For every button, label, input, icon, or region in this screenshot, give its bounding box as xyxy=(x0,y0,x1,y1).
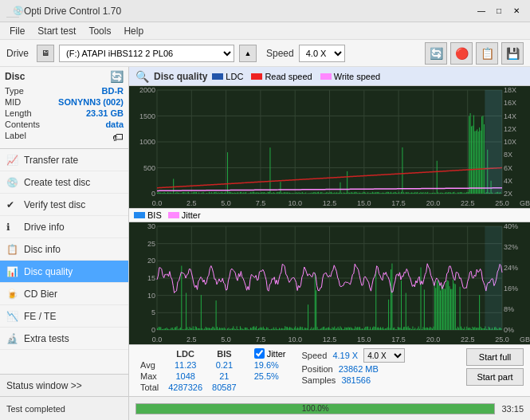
menu-start-test[interactable]: Start test xyxy=(31,24,82,38)
app-icon: 💿 xyxy=(6,5,19,18)
stats-total-label: Total xyxy=(135,382,163,393)
verify-test-disc-icon: ✔ xyxy=(6,199,19,210)
sidebar-item-fe-te-label: FE / TE xyxy=(24,311,56,322)
sidebar-item-disc-quality[interactable]: 📊 Disc quality xyxy=(0,261,128,283)
sidebar-item-disc-quality-label: Disc quality xyxy=(24,266,73,277)
disc-length-row: Length 23.31 GB xyxy=(5,108,124,118)
disc-quality-icon: 📊 xyxy=(6,266,19,277)
jitter-avg-value: 19.6% xyxy=(254,360,279,370)
stats-avg-bis: 0.21 xyxy=(207,359,241,371)
legend-ldc-label: LDC xyxy=(226,72,243,81)
disc-panel: Disc 🔄 Type BD-R MID SONYNN3 (002) Lengt… xyxy=(0,67,128,149)
speed-position-section: Speed 4.19 X 4.0 X Position 23862 MB Sam… xyxy=(302,348,406,385)
samples-label: Samples xyxy=(302,375,336,385)
menu-tools[interactable]: Tools xyxy=(82,24,117,38)
progress-text: 100.0% xyxy=(136,404,494,414)
progress-area: 100.0% 33:15 xyxy=(129,397,530,420)
menu-bar: File Start test Tools Help xyxy=(0,22,530,40)
stats-bis-header: BIS xyxy=(207,348,241,359)
minimize-button[interactable]: — xyxy=(474,4,489,18)
legend-bis: BIS xyxy=(134,210,162,220)
legend-read-speed: Read speed xyxy=(251,72,312,81)
status-window-button[interactable]: Status window >> xyxy=(0,374,128,396)
drive-action-icons: 🔄 🔴 📋 💾 xyxy=(425,42,524,65)
drive-bar: Drive 🖥 (F:) ATAPI iHBS112 2 PL06 ▲ Spee… xyxy=(0,40,530,67)
disc-info-icon: 📋 xyxy=(6,244,19,255)
disc-length-value: 23.31 GB xyxy=(86,108,124,118)
jitter-checkbox-row: Jitter xyxy=(254,348,286,359)
chart-top-container xyxy=(129,86,530,209)
jitter-section: Jitter 19.6% 25.5% xyxy=(254,348,286,381)
start-part-button[interactable]: Start part xyxy=(466,368,524,386)
sidebar-item-create-test-disc-label: Create test disc xyxy=(24,177,90,188)
stats-avg-ldc: 11.23 xyxy=(163,359,207,371)
sidebar-item-verify-test-disc[interactable]: ✔ Verify test disc xyxy=(0,194,128,216)
disc-mid-label: MID xyxy=(5,97,21,107)
top-chart xyxy=(129,86,530,208)
status-text: Test completed xyxy=(0,397,129,420)
stats-bar: LDC BIS Avg 11.23 0.21 Max 1048 21 Total… xyxy=(129,344,530,396)
time-display: 33:15 xyxy=(501,404,524,414)
disc-type-row: Type BD-R xyxy=(5,86,124,96)
status-window-label: Status window >> xyxy=(6,380,82,391)
sidebar-item-fe-te[interactable]: 📉 FE / TE xyxy=(0,305,128,328)
record-icon-btn[interactable]: 🔴 xyxy=(450,42,473,65)
sidebar-item-cd-bier-label: CD Bier xyxy=(24,289,57,300)
copy-icon-btn[interactable]: 📋 xyxy=(476,42,498,65)
legend-read-speed-label: Read speed xyxy=(265,72,312,81)
quality-header: 🔍 Disc quality LDC Read speed Write spee… xyxy=(129,67,530,86)
create-test-disc-icon: 💿 xyxy=(6,177,19,188)
position-row: Position 23862 MB xyxy=(302,364,406,374)
extra-tests-icon: 🔬 xyxy=(6,333,19,344)
disc-refresh-icon[interactable]: 🔄 xyxy=(110,70,124,83)
drive-select[interactable]: (F:) ATAPI iHBS112 2 PL06 xyxy=(59,45,234,62)
speed-select[interactable]: 4.0 X xyxy=(299,45,345,62)
legend-write-speed-label: Write speed xyxy=(334,72,381,81)
maximize-button[interactable]: □ xyxy=(492,4,506,18)
refresh-icon-btn[interactable]: 🔄 xyxy=(425,42,447,65)
speed-label: Speed xyxy=(266,48,294,59)
eject-button[interactable]: ▲ xyxy=(239,45,257,62)
position-value: 23862 MB xyxy=(339,364,379,374)
sidebar-item-extra-tests-label: Extra tests xyxy=(24,333,69,344)
legend-jitter: Jitter xyxy=(168,210,201,220)
sidebar-item-transfer-rate-label: Transfer rate xyxy=(24,155,78,166)
sidebar-item-create-test-disc[interactable]: 💿 Create test disc xyxy=(0,171,128,194)
drive-info-icon: ℹ xyxy=(6,222,19,233)
disc-label-icon[interactable]: 🏷 xyxy=(112,131,124,143)
action-buttons: Start full Start part xyxy=(466,348,524,386)
sidebar: Disc 🔄 Type BD-R MID SONYNN3 (002) Lengt… xyxy=(0,67,129,396)
close-button[interactable]: ✕ xyxy=(509,4,524,18)
jitter-label: Jitter xyxy=(267,349,286,359)
samples-row: Samples 381566 xyxy=(302,375,406,385)
speed-label-text: Speed xyxy=(302,351,328,360)
title-bar: 💿 Opti Drive Control 1.70 — □ ✕ xyxy=(0,0,530,22)
speed-target-select[interactable]: 4.0 X xyxy=(363,348,405,363)
sidebar-item-extra-tests[interactable]: 🔬 Extra tests xyxy=(0,328,128,350)
disc-length-label: Length xyxy=(5,108,32,118)
sidebar-item-cd-bier[interactable]: 🍺 CD Bier xyxy=(0,283,128,305)
stats-total-bis: 80587 xyxy=(207,382,241,393)
start-full-button[interactable]: Start full xyxy=(466,348,524,366)
sidebar-item-drive-info[interactable]: ℹ Drive info xyxy=(0,216,128,238)
menu-file[interactable]: File xyxy=(3,24,31,38)
speed-value: 4.19 X xyxy=(332,351,358,360)
disc-type-label: Type xyxy=(5,86,24,96)
sidebar-item-drive-info-label: Drive info xyxy=(24,222,65,233)
speed-row: Speed 4.19 X 4.0 X xyxy=(302,348,406,363)
drive-label: Drive xyxy=(6,48,29,59)
stats-max-label: Max xyxy=(135,371,163,382)
legend-ldc-color xyxy=(212,73,223,80)
save-icon-btn[interactable]: 💾 xyxy=(501,42,524,65)
disc-label-label: Label xyxy=(5,131,26,143)
sidebar-item-disc-info[interactable]: 📋 Disc info xyxy=(0,238,128,261)
legend-top: LDC Read speed Write speed xyxy=(212,72,380,81)
sidebar-item-transfer-rate[interactable]: 📈 Transfer rate xyxy=(0,149,128,171)
jitter-checkbox[interactable] xyxy=(254,348,265,359)
quality-icon: 🔍 xyxy=(135,70,149,83)
window-controls: — □ ✕ xyxy=(474,4,524,18)
menu-help[interactable]: Help xyxy=(117,24,150,38)
bottom-chart xyxy=(129,222,530,344)
progress-bar: 100.0% xyxy=(135,403,495,414)
position-label: Position xyxy=(302,364,333,374)
